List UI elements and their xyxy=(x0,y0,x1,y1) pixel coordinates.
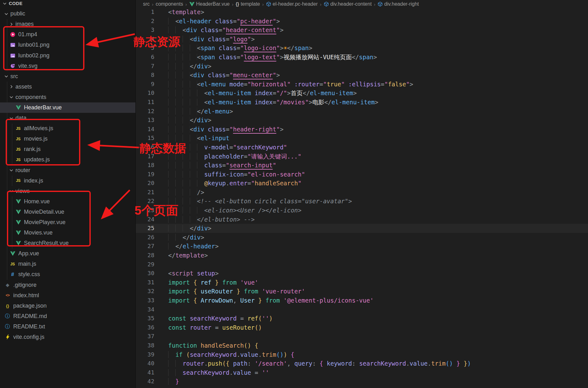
code-line[interactable]: 30<script setup> xyxy=(136,269,588,278)
sidebar-item-readme-txt[interactable]: ⓘREADME.txt xyxy=(0,321,135,332)
sidebar-item-public[interactable]: public xyxy=(0,9,135,19)
code-token: " xyxy=(248,36,251,43)
code-line[interactable]: 1<template> xyxy=(136,8,588,17)
code-token: class xyxy=(204,162,222,169)
code-line[interactable]: 28</template> xyxy=(136,251,588,260)
breadcrumb-item[interactable]: HeaderBar.vue xyxy=(189,1,230,7)
code-line[interactable]: 23 <el-icon><User /></el-icon> xyxy=(136,206,588,215)
code-line[interactable]: 12 </el-menu> xyxy=(136,107,588,116)
sidebar-item-readme-md[interactable]: ⓘREADME.md xyxy=(0,311,135,321)
code-line[interactable]: 10 <el-menu-item index="/">首页</el-menu-i… xyxy=(136,89,588,98)
sidebar-item-allmovies-js[interactable]: JSallMovies.js xyxy=(0,123,135,134)
sidebar-item-router[interactable]: router xyxy=(0,165,135,176)
sidebar-item-index-html[interactable]: <>index.html xyxy=(0,290,135,301)
sidebar-item-app-vue[interactable]: App.vue xyxy=(0,248,135,259)
code-token: < xyxy=(190,36,193,43)
sidebar-item-package-json[interactable]: {}package.json xyxy=(0,301,135,311)
code-line[interactable]: 20 @keyup.enter="handleSearch" xyxy=(136,179,588,188)
code-line[interactable]: 7 </div> xyxy=(136,62,588,71)
sidebar-item-index-js[interactable]: JSindex.js xyxy=(0,176,135,186)
code-token: class xyxy=(219,54,237,61)
code-line[interactable]: 24 </el-button> --> xyxy=(136,215,588,224)
code-line[interactable]: 36const router = useRouter() xyxy=(136,323,588,332)
sidebar-item-home-vue[interactable]: Home.vue xyxy=(0,196,135,207)
code-token: " xyxy=(240,54,244,61)
sidebar-item-images[interactable]: images xyxy=(0,19,135,29)
code-token: " xyxy=(273,72,276,78)
code-line[interactable]: 3 <div class="header-content"> xyxy=(136,26,588,35)
sidebar-item-data[interactable]: data xyxy=(0,113,135,123)
sidebar-item-style-css[interactable]: #style.css xyxy=(0,269,135,280)
code-line[interactable]: 33import { ArrowDown, User } from '@elem… xyxy=(136,296,588,305)
sidebar-item-01-mp4[interactable]: 01.mp4 xyxy=(0,29,135,40)
code-line[interactable]: 25 </div> xyxy=(136,224,588,233)
code-line[interactable]: 14 <div class="header-right"> xyxy=(136,125,588,134)
code-line[interactable]: 15 <el-input xyxy=(136,134,588,143)
code-line[interactable]: 11 <el-menu-item index="/movies">电影</el-… xyxy=(136,98,588,107)
code-line[interactable]: 17 placeholder="请输入关键词..." xyxy=(136,152,588,161)
sidebar-item-moviedetail-vue[interactable]: MovieDetail.vue xyxy=(0,207,135,217)
code-line[interactable]: 37 xyxy=(136,332,588,341)
sidebar-item-movies-js[interactable]: JSmovies.js xyxy=(0,134,135,144)
code-line[interactable]: 21 /> xyxy=(136,188,588,197)
code-line[interactable]: 38function handleSearch() { xyxy=(136,341,588,350)
sidebar-item-components[interactable]: components xyxy=(0,92,135,102)
code-line[interactable]: 29 xyxy=(136,260,588,269)
code-line[interactable]: 35const searchKeyword = ref('') xyxy=(136,314,588,323)
code-line[interactable]: 43} xyxy=(136,386,588,388)
code-line[interactable]: 26 </div> xyxy=(136,233,588,242)
indent-whitespace xyxy=(168,225,190,232)
sidebar-item-assets[interactable]: assets xyxy=(0,82,135,92)
breadcrumb-item[interactable]: div.header-right xyxy=(378,1,419,7)
sidebar-item-vite-svg[interactable]: vite.svg xyxy=(0,61,135,71)
sidebar-item-views[interactable]: views xyxy=(0,186,135,196)
sidebar-item-headerbar-vue[interactable]: HeaderBar.vue xyxy=(0,102,135,113)
sidebar-item-rank-js[interactable]: JSrank.js xyxy=(0,144,135,154)
code-line[interactable]: 13 </div> xyxy=(136,116,588,125)
code-line[interactable]: 42 } xyxy=(136,377,588,386)
code-line[interactable]: 18 class="search-input" xyxy=(136,161,588,170)
code-line[interactable]: 9 <el-menu mode="horizontal" :router="tr… xyxy=(136,80,588,89)
sidebar-item-main-js[interactable]: JSmain.js xyxy=(0,259,135,269)
indent-whitespace xyxy=(168,153,204,160)
line-number: 37 xyxy=(136,332,168,341)
breadcrumb-item[interactable]: components xyxy=(156,1,183,7)
code-line-content: function handleSearch() { xyxy=(168,341,258,350)
sidebar-item-searchresult-vue[interactable]: SearchResult.vue xyxy=(0,238,135,248)
code-line[interactable]: 4 <div class="logo"> xyxy=(136,35,588,44)
sidebar-item-movies-vue[interactable]: Movies.vue xyxy=(0,228,135,238)
breadcrumb-item[interactable]: el-header.pc-header xyxy=(266,1,318,7)
sidebar-item-updates-js[interactable]: JSupdates.js xyxy=(0,154,135,165)
code-line[interactable]: 32import { useRouter } from 'vue-router' xyxy=(136,287,588,296)
code-line[interactable]: 8 <div class="menu-center"> xyxy=(136,71,588,80)
sidebar-item-vite-config-js[interactable]: vite.config.js xyxy=(0,332,135,342)
sidebar-item--gitignore[interactable]: ◆.gitignore xyxy=(0,280,135,290)
line-number: 6 xyxy=(136,53,168,62)
code-line[interactable]: 27 </el-header> xyxy=(136,242,588,251)
editor-pane[interactable]: src›components›HeaderBar.vue›{}template›… xyxy=(136,0,588,388)
code-token: " xyxy=(226,162,229,169)
breadcrumb-item[interactable]: src xyxy=(143,1,150,7)
code-line[interactable]: 22 <!-- <el-button circle class="user-av… xyxy=(136,197,588,206)
explorer-root-folder[interactable]: CODE xyxy=(0,0,135,9)
code-line[interactable]: 19 suffix-icon="el-icon-search" xyxy=(136,170,588,179)
code-area[interactable]: 1<template>2 <el-header class="pc-header… xyxy=(136,8,588,388)
sidebar-item-lunbo02-png[interactable]: lunbo02.png xyxy=(0,50,135,61)
code-line[interactable]: 31import { ref } from 'vue' xyxy=(136,278,588,287)
code-line[interactable]: 2 <el-header class="pc-header"> xyxy=(136,17,588,26)
code-line[interactable]: 40 router.push({ path: '/search', query:… xyxy=(136,359,588,368)
code-line[interactable]: 16 v-model="searchKeyword" xyxy=(136,143,588,152)
code-token: 'vue-router' xyxy=(262,288,305,295)
breadcrumb-item[interactable]: {}template xyxy=(236,1,260,7)
code-line[interactable]: 5 <span class="logo-icon">☀</span> xyxy=(136,43,588,53)
code-line[interactable]: 34 xyxy=(136,305,588,314)
code-line[interactable]: 39 if (searchKeyword.value.trim()) { xyxy=(136,350,588,359)
sidebar-item-src[interactable]: src xyxy=(0,71,135,82)
sidebar-item-lunbo01-png[interactable]: lunbo01.png xyxy=(0,40,135,50)
code-line[interactable]: 6 <span class="logo-text">视频播放网站-VUE纯页面<… xyxy=(136,53,588,62)
code-line-content: <div class="header-right"> xyxy=(168,125,283,134)
code-token: "/" xyxy=(276,90,287,96)
sidebar-item-movieplayer-vue[interactable]: MoviePlayer.vue xyxy=(0,217,135,228)
breadcrumb-item[interactable]: div.header-content xyxy=(324,1,372,7)
code-line[interactable]: 41 searchKeyword.value = '' xyxy=(136,368,588,377)
